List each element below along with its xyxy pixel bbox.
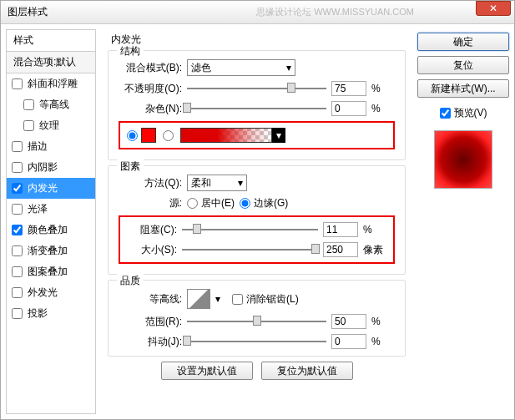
size-unit: 像素: [363, 243, 386, 257]
size-input[interactable]: [323, 242, 358, 257]
sidebar-item-0[interactable]: 斜面和浮雕: [7, 73, 95, 94]
contour-picker[interactable]: [187, 289, 210, 309]
sidebar-item-1[interactable]: 等高线: [7, 94, 95, 115]
group-elements: 图素 方法(Q): 柔和 ▾ 源: 居中(E) 边缘(G) 阻塞(C):: [108, 165, 406, 275]
size-slider[interactable]: [182, 244, 318, 256]
gradient-swatch[interactable]: [180, 128, 272, 143]
sidebar-item-label: 斜面和浮雕: [28, 77, 78, 91]
jitter-slider[interactable]: [187, 336, 326, 347]
solid-color-option[interactable]: [127, 128, 156, 143]
method-label: 方法(Q):: [119, 176, 182, 190]
sidebar-checkbox[interactable]: [12, 308, 23, 319]
titlebar[interactable]: 图层样式 思缘设计论坛 WWW.MISSYUAN.COM ✕: [1, 1, 514, 24]
chevron-down-icon[interactable]: ▾: [215, 293, 220, 305]
group-structure-title: 结构: [117, 44, 144, 58]
highlight-choke-size: 阻塞(C): % 大小(S): 像素: [119, 215, 395, 264]
noise-label: 杂色(N):: [119, 102, 182, 116]
sidebar-checkbox[interactable]: [12, 183, 23, 194]
watermark: 思缘设计论坛 WWW.MISSYUAN.COM: [256, 6, 414, 18]
group-elements-title: 图素: [117, 159, 144, 174]
blend-mode-select[interactable]: 滤色 ▾: [187, 59, 295, 76]
source-edge-radio[interactable]: 边缘(G): [240, 196, 288, 210]
ok-button[interactable]: 确定: [417, 33, 509, 51]
preview-swatch: [434, 130, 492, 189]
sidebar-checkbox[interactable]: [12, 225, 23, 235]
sidebar-item-9[interactable]: 图案叠加: [7, 261, 95, 282]
sidebar-item-label: 光泽: [28, 202, 48, 216]
choke-input[interactable]: [323, 222, 358, 237]
main-panel: 内发光 结构 混合模式(B): 滤色 ▾ 不透明度(O): %: [101, 29, 412, 414]
reset-defaults-button[interactable]: 复位为默认值: [261, 362, 353, 380]
sidebar-item-3[interactable]: 描边: [7, 136, 95, 157]
sidebar-item-label: 纹理: [39, 119, 59, 133]
gradient-option[interactable]: [163, 130, 174, 141]
opacity-label: 不透明度(O):: [119, 82, 182, 96]
sidebar-item-label: 渐变叠加: [28, 244, 68, 258]
close-button[interactable]: ✕: [476, 1, 511, 16]
sidebar-item-label: 图案叠加: [28, 265, 68, 279]
sidebar-item-4[interactable]: 内阴影: [7, 157, 95, 178]
jitter-unit: %: [371, 336, 395, 347]
sidebar-item-label: 内发光: [28, 181, 58, 195]
cancel-button[interactable]: 复位: [417, 56, 509, 74]
sidebar-checkbox[interactable]: [12, 204, 23, 215]
right-panel: 确定 复位 新建样式(W)... 预览(V): [417, 29, 509, 414]
choke-slider[interactable]: [182, 224, 318, 235]
sidebar-checkbox[interactable]: [23, 99, 34, 110]
gradient-picker[interactable]: ▾: [180, 128, 285, 143]
new-style-button[interactable]: 新建样式(W)...: [417, 79, 509, 98]
noise-slider[interactable]: [187, 103, 326, 114]
size-label: 大小(S):: [127, 243, 177, 257]
jitter-input[interactable]: [331, 334, 366, 349]
opacity-input[interactable]: [331, 81, 366, 96]
range-label: 范围(R):: [119, 315, 182, 329]
sidebar-checkbox[interactable]: [12, 141, 23, 152]
layer-style-dialog: 图层样式 思缘设计论坛 WWW.MISSYUAN.COM ✕ 样式 混合选项:默…: [0, 0, 515, 420]
group-structure: 结构 混合模式(B): 滤色 ▾ 不透明度(O): % 杂色(N):: [108, 50, 406, 160]
sidebar-item-8[interactable]: 渐变叠加: [7, 240, 95, 261]
choke-unit: %: [363, 224, 386, 235]
chevron-down-icon: ▾: [238, 177, 243, 189]
sidebar-checkbox[interactable]: [12, 78, 23, 89]
sidebar-header: 样式: [7, 30, 95, 52]
source-center-radio[interactable]: 居中(E): [187, 196, 235, 210]
preview-checkbox[interactable]: [440, 108, 451, 119]
sidebar-item-label: 外发光: [28, 286, 58, 300]
range-slider[interactable]: [187, 316, 326, 327]
highlight-color-row: ▾: [119, 121, 395, 149]
chevron-down-icon: ▾: [286, 62, 291, 73]
sidebar-item-2[interactable]: 纹理: [7, 115, 95, 136]
method-select[interactable]: 柔和 ▾: [187, 175, 247, 191]
solid-swatch[interactable]: [141, 128, 156, 143]
chevron-down-icon[interactable]: ▾: [272, 128, 285, 143]
antialias-checkbox[interactable]: 消除锯齿(L): [232, 292, 299, 306]
sidebar-item-label: 内阴影: [28, 160, 58, 175]
noise-unit: %: [371, 103, 395, 114]
sidebar-item-label: 投影: [28, 306, 48, 321]
contour-label: 等高线:: [119, 292, 182, 306]
jitter-label: 抖动(J):: [119, 335, 182, 349]
sidebar-checkbox[interactable]: [12, 162, 23, 173]
sidebar-item-6[interactable]: 光泽: [7, 199, 95, 220]
range-input[interactable]: [331, 314, 366, 329]
sidebar-checkbox[interactable]: [12, 266, 23, 277]
group-quality: 品质 等高线: ▾ 消除锯齿(L) 范围(R): % 抖动(J):: [108, 280, 406, 357]
sidebar: 样式 混合选项:默认 斜面和浮雕等高线纹理描边内阴影内发光光泽颜色叠加渐变叠加图…: [6, 29, 96, 414]
set-defaults-button[interactable]: 设置为默认值: [161, 362, 253, 380]
content: 样式 混合选项:默认 斜面和浮雕等高线纹理描边内阴影内发光光泽颜色叠加渐变叠加图…: [1, 24, 514, 419]
sidebar-item-10[interactable]: 外发光: [7, 282, 95, 303]
sidebar-checkbox[interactable]: [12, 287, 23, 298]
sidebar-item-label: 颜色叠加: [28, 223, 68, 237]
sidebar-checkbox[interactable]: [23, 120, 34, 131]
sidebar-checkbox[interactable]: [12, 245, 23, 256]
sidebar-subheader[interactable]: 混合选项:默认: [7, 52, 95, 73]
group-quality-title: 品质: [117, 274, 144, 288]
sidebar-item-7[interactable]: 颜色叠加: [7, 220, 95, 240]
sidebar-item-5[interactable]: 内发光: [7, 178, 95, 199]
opacity-slider[interactable]: [187, 83, 326, 94]
sidebar-item-label: 等高线: [39, 98, 69, 112]
sidebar-item-11[interactable]: 投影: [7, 303, 95, 324]
preview-label: 预览(V): [454, 106, 487, 120]
choke-label: 阻塞(C):: [127, 223, 177, 237]
noise-input[interactable]: [331, 101, 366, 116]
